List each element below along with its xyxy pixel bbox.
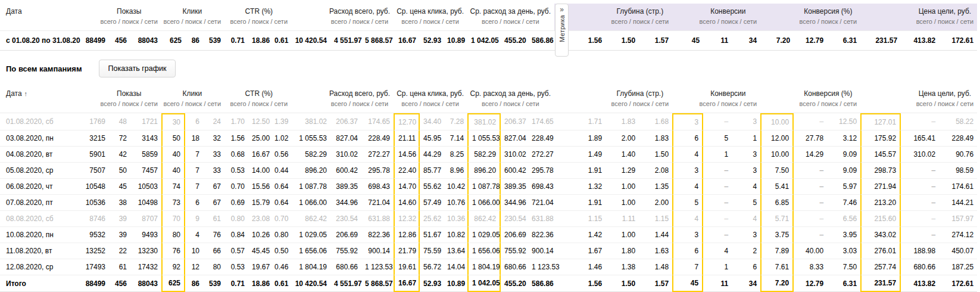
column-subheader: всего / поиск / сети (700, 18, 757, 25)
value-cell-ctr: 0.70 (271, 211, 291, 227)
value-cell-cost_total: 1 029.05 (291, 227, 330, 243)
column-subheader: всего / поиск / сети (916, 100, 974, 107)
value-cell-avg_daily_cost: 295.78 (528, 163, 554, 179)
value-cell-conversions: 11 (703, 31, 732, 51)
value-cell-avg_cpc: 75.59 (420, 243, 444, 259)
value-cell-avg_daily_cost: 1 055.53 (467, 131, 501, 147)
value-cell-avg_cpc: 19.61 (394, 259, 420, 275)
value-cell-goal_cost: 310.02 (901, 147, 939, 163)
value-cell-clicks: 7 (185, 179, 203, 195)
value-cell-avg_cpc: 16.67 (394, 275, 420, 292)
value-cell-ctr: 0.84 (224, 227, 248, 243)
value-cell-goal_cost: – (901, 179, 939, 195)
value-cell-conversions: 3 (672, 163, 703, 179)
value-cell-ctr: 15.56 (248, 179, 271, 195)
value-cell-conversion_rate: 5.97 (827, 179, 860, 195)
column-header-conversion_rate: Конверсия (%)всего / поиск / сети (760, 4, 860, 31)
value-cell-impressions: 3143 (130, 131, 161, 147)
daily-table-body: 01.08.2020, сб1769481721306241.7012.501.… (0, 113, 977, 292)
value-cell-conversion_rate: 3.95 (827, 227, 860, 243)
column-subheader: всего / поиск / сети (800, 100, 857, 107)
column-header-avg_daily_cost[interactable]: Ср. расход за день, руб.всего / поиск / … (467, 86, 554, 113)
value-cell-conversion_rate: 14.29 (794, 147, 827, 163)
value-cell-cost_total: 1 804.19 (291, 259, 330, 275)
value-cell-ctr: 18.86 (248, 31, 271, 51)
column-header-goal_cost[interactable]: Цена цели, руб.всего / поиск / сети (860, 86, 977, 113)
column-header-cost_total: Расход всего, руб.всего / поиск / сети (291, 4, 394, 31)
column-header-clicks[interactable]: Кликивсего / поиск / сети (161, 86, 224, 113)
value-cell-clicks: 67 (203, 195, 224, 211)
value-cell-conversion_rate: 7.89 (760, 243, 794, 259)
value-cell-conversions: 6 (732, 259, 760, 275)
row-date-cell: 03.08.2020, пн (0, 131, 80, 147)
value-cell-conversion_rate: – (794, 227, 827, 243)
value-cell-conversion_rate: – (794, 195, 827, 211)
value-cell-clicks: 86 (185, 275, 203, 292)
value-cell-ctr: 1.02 (271, 131, 291, 147)
show-chart-button[interactable]: Показать график (99, 60, 176, 77)
value-cell-avg_cpc: 10.76 (444, 195, 467, 211)
value-cell-cost_total: 206.37 (330, 113, 361, 131)
value-cell-avg_cpc: 55.62 (420, 179, 444, 195)
value-cell-goal_cost: 413.82 (901, 275, 939, 292)
value-cell-goal_cost: 90.76 (939, 147, 977, 163)
value-cell-depth: 1.11 (606, 211, 639, 227)
row-date-cell: 07.08.2020, пт (0, 195, 80, 211)
value-cell-ctr: 0.61 (271, 31, 291, 51)
value-cell-cost_total: 1 087.78 (291, 179, 330, 195)
value-cell-depth: 1.00 (606, 227, 639, 243)
value-cell-cost_total: 680.66 (330, 259, 361, 275)
column-group-label: Конверсия (%) (800, 89, 857, 98)
value-cell-conversions: 3 (672, 227, 703, 243)
value-cell-ctr: 0.46 (271, 259, 291, 275)
column-header-conversion_rate[interactable]: Конверсия (%)всего / поиск / сети (760, 86, 860, 113)
value-cell-clicks: 4 (185, 227, 203, 243)
value-cell-cost_total: 862.42 (291, 211, 330, 227)
value-cell-impressions: 17493 (80, 259, 109, 275)
value-cell-clicks: 33 (203, 147, 224, 163)
value-cell-conversion_rate: 12.79 (794, 275, 827, 292)
value-cell-conversions: 4 (672, 179, 703, 195)
value-cell-avg_daily_cost: 755.92 (501, 243, 528, 259)
value-cell-avg_daily_cost: 389.35 (501, 179, 528, 195)
date-column-header[interactable]: Дата↑ (0, 86, 80, 113)
column-group-label: Конверсии (700, 89, 757, 98)
daily-statistics-section: Дата↑Показывсего / поиск / сетиКликивсег… (0, 86, 980, 292)
value-cell-ctr: 23.08 (248, 211, 271, 227)
value-cell-avg_daily_cost: 600.42 (501, 163, 528, 179)
value-cell-conversions: 6 (672, 243, 703, 259)
value-cell-clicks: 61 (203, 211, 224, 227)
value-cell-clicks: 12 (185, 259, 203, 275)
metrika-panel-tab[interactable]: » Метрика (555, 4, 569, 57)
value-cell-conversion_rate: 6.31 (827, 31, 860, 51)
column-header-ctr[interactable]: CTR (%)всего / поиск / сети (224, 86, 291, 113)
value-cell-conversion_rate: 3.12 (827, 131, 860, 147)
value-cell-avg_daily_cost: 206.37 (501, 113, 528, 131)
summary-row: с 01.08.20 по 31.08.20884994568804362586… (0, 31, 977, 51)
value-cell-depth: 2.08 (639, 163, 672, 179)
column-header-impressions[interactable]: Показывсего / поиск / сети (80, 86, 161, 113)
value-cell-depth: 1.67 (570, 243, 606, 259)
value-cell-goal_cost: – (901, 163, 939, 179)
column-subheader: всего / поиск / сети (164, 100, 221, 107)
column-header-cost_total[interactable]: Расход всего, руб.всего / поиск / сети (291, 86, 394, 113)
row-date-cell: 12.08.2020, ср (0, 259, 80, 275)
value-cell-conversions: 3 (732, 163, 760, 179)
column-group-label: CTR (%) (230, 7, 288, 15)
column-subheader: всего / поиск / сети (100, 18, 158, 25)
column-header-depth[interactable]: Глубина (стр.)всего / поиск / сети (570, 86, 672, 113)
value-cell-avg_daily_cost: 586.86 (528, 31, 554, 51)
value-cell-clicks: 30 (161, 113, 185, 131)
value-cell-conversions: 34 (732, 31, 760, 51)
column-group-label: Клики (164, 7, 221, 15)
column-header-conversions[interactable]: Конверсиивсего / поиск / сети (672, 86, 760, 113)
value-cell-avg_daily_cost: 228.49 (528, 131, 554, 147)
value-cell-depth: 1.29 (606, 163, 639, 179)
column-group-label: Цена цели, руб. (916, 89, 974, 98)
value-cell-cost_total: 1 123.53 (361, 259, 394, 275)
table-head: ДатаПоказывсего / поиск / сетиКликивсего… (0, 4, 977, 31)
value-cell-avg_daily_cost: 582.29 (467, 147, 501, 163)
value-cell-conversion_rate: 7.46 (827, 195, 860, 211)
value-cell-avg_daily_cost: 230.54 (501, 211, 528, 227)
column-header-avg_cpc[interactable]: Ср. цена клика, руб.всего / поиск / сети (394, 86, 467, 113)
